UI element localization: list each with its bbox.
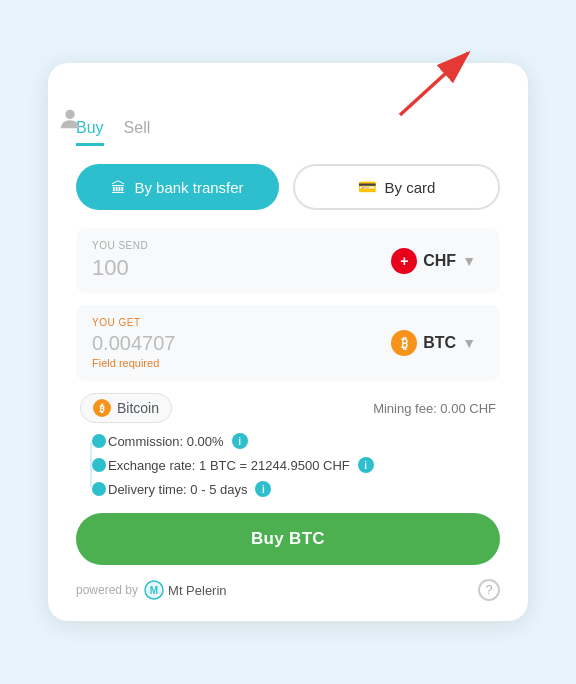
exchange-rate-info-icon[interactable]: i <box>358 457 374 473</box>
red-arrow <box>380 35 490 125</box>
powered-by-text: powered by <box>76 583 138 597</box>
mt-pelerin-logo: M Mt Pelerin <box>144 580 227 600</box>
buy-btc-button[interactable]: Buy BTC <box>76 513 500 565</box>
delivery-time-text: Delivery time: 0 - 5 days <box>108 482 247 497</box>
by-card-button[interactable]: 💳 By card <box>293 164 500 210</box>
exchange-rate-text: Exchange rate: 1 BTC = 21244.9500 CHF <box>108 458 350 473</box>
powered-by: powered by M Mt Pelerin <box>76 580 227 600</box>
svg-text:M: M <box>150 585 158 596</box>
help-icon[interactable]: ? <box>478 579 500 601</box>
detail-delivery-time: Delivery time: 0 - 5 days i <box>92 481 500 497</box>
details-list-wrap: Commission: 0.00% i Exchange rate: 1 BTC… <box>76 433 500 497</box>
bank-icon: 🏛 <box>111 179 126 196</box>
get-input-wrap: YOU GET 0.004707 Field required <box>92 317 175 369</box>
coin-name: Bitcoin <box>117 400 159 416</box>
chf-flag: + <box>391 248 417 274</box>
get-currency-code: BTC <box>423 334 456 352</box>
pelerin-logo-icon: M <box>144 580 164 600</box>
field-required-text: Field required <box>92 357 175 369</box>
bank-transfer-button[interactable]: 🏛 By bank transfer <box>76 164 279 210</box>
get-value[interactable]: 0.004707 <box>92 332 175 355</box>
bitcoin-badge[interactable]: ₿ Bitcoin <box>80 393 172 423</box>
get-label: YOU GET <box>92 317 175 328</box>
commission-text: Commission: 0.00% <box>108 434 224 449</box>
send-currency-chevron: ▼ <box>462 253 476 269</box>
user-icon <box>56 105 84 133</box>
mining-fee-text: Mining fee: 0.00 CHF <box>373 401 496 416</box>
send-label: YOU SEND <box>92 240 148 251</box>
send-input-wrap: YOU SEND 100 <box>92 240 148 281</box>
send-currency-code: CHF <box>423 252 456 270</box>
main-card: Buy Sell 🏛 By bank transfer 💳 By card YO… <box>48 63 528 621</box>
get-section: YOU GET 0.004707 Field required ₿ BTC ▼ <box>76 305 500 381</box>
get-currency-chevron: ▼ <box>462 335 476 351</box>
footer: powered by M Mt Pelerin ? <box>76 579 500 601</box>
svg-point-0 <box>65 110 74 119</box>
coin-info-row: ₿ Bitcoin Mining fee: 0.00 CHF <box>76 393 500 423</box>
btc-flag: ₿ <box>391 330 417 356</box>
send-value[interactable]: 100 <box>92 255 148 281</box>
commission-info-icon[interactable]: i <box>232 433 248 449</box>
brand-name: Mt Pelerin <box>168 583 227 598</box>
card-icon: 💳 <box>358 178 377 196</box>
bitcoin-icon-small: ₿ <box>93 399 111 417</box>
bank-transfer-label: By bank transfer <box>134 179 243 196</box>
delivery-time-info-icon[interactable]: i <box>255 481 271 497</box>
detail-exchange-rate: Exchange rate: 1 BTC = 21244.9500 CHF i <box>92 457 500 473</box>
get-currency-selector[interactable]: ₿ BTC ▼ <box>383 326 484 360</box>
payment-buttons: 🏛 By bank transfer 💳 By card <box>76 164 500 210</box>
details-list: Commission: 0.00% i Exchange rate: 1 BTC… <box>86 433 500 497</box>
user-icon-button[interactable] <box>56 105 480 137</box>
by-card-label: By card <box>385 179 436 196</box>
send-currency-selector[interactable]: + CHF ▼ <box>383 244 484 278</box>
svg-line-2 <box>400 53 468 115</box>
send-section: YOU SEND 100 + CHF ▼ <box>76 228 500 293</box>
detail-commission: Commission: 0.00% i <box>92 433 500 449</box>
